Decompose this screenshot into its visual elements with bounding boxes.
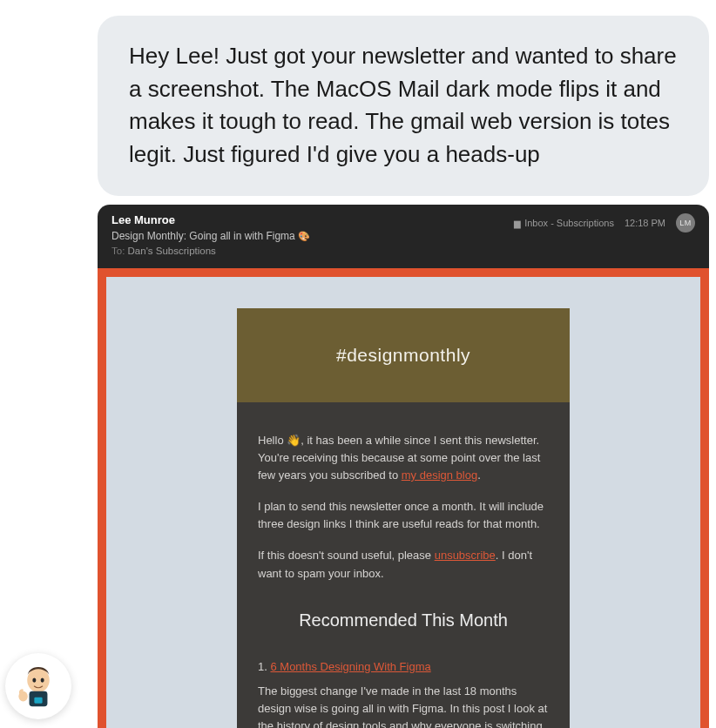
chat-message-bubble: Hey Lee! Just got your newsletter and wa… [98, 16, 709, 196]
unsub-pre: If this doesn't sound useful, please [258, 549, 435, 562]
mail-subject-text: Design Monthly: Going all in with Figma [111, 230, 298, 242]
intro-post: , it has been a while since I sent this … [258, 434, 540, 482]
mail-folder-label: Inbox - Subscriptions [524, 218, 614, 228]
mail-to-value: Dan's Subscriptions [128, 246, 216, 256]
email-inner-frame: #designmonthly Hello 👋, it has been a wh… [106, 277, 700, 728]
item-title-link[interactable]: 6 Months Designing With Figma [270, 660, 430, 673]
intro-end: . [477, 468, 481, 482]
cartoon-avatar-icon [13, 661, 64, 711]
svg-point-2 [41, 677, 44, 682]
chat-sender-avatar [5, 653, 71, 719]
newsletter-body: Hello 👋, it has been a while since I sen… [237, 402, 570, 728]
screenshot-container: Lee Munroe Design Monthly: Going all in … [98, 205, 709, 728]
mail-time: 12:18 PM [625, 218, 665, 228]
svg-rect-4 [34, 698, 42, 704]
newsletter-item-1-heading: 1. 6 Months Designing With Figma [258, 658, 549, 676]
mail-folder: ▆Inbox - Subscriptions [514, 218, 614, 228]
avatar: LM [676, 213, 695, 233]
avatar-initials: LM [679, 219, 692, 227]
palette-icon: 🎨 [298, 231, 310, 241]
chat-message-text: Hey Lee! Just got your newsletter and wa… [129, 43, 677, 167]
mail-meta-row: ▆Inbox - Subscriptions 12:18 PM LM [514, 213, 695, 233]
newsletter-container: #designmonthly Hello 👋, it has been a wh… [237, 308, 570, 728]
newsletter-item-1-desc: The biggest change I've made in the last… [258, 683, 549, 728]
mail-to-line: To: Dan's Subscriptions [111, 246, 695, 256]
mail-client-header: Lee Munroe Design Monthly: Going all in … [98, 205, 709, 268]
newsletter-section-title: Recommended This Month [258, 607, 549, 634]
newsletter-hashtag: #designmonthly [336, 345, 470, 366]
mail-to-label: To: [111, 246, 128, 256]
wave-icon: 👋 [287, 434, 301, 447]
intro-pre: Hello [258, 434, 287, 447]
email-outer-frame: #designmonthly Hello 👋, it has been a wh… [98, 268, 709, 728]
newsletter-intro: Hello 👋, it has been a while since I sen… [258, 432, 549, 484]
svg-point-1 [32, 677, 36, 682]
newsletter-banner: #designmonthly [237, 308, 570, 402]
newsletter-unsub: If this doesn't sound useful, please uns… [258, 547, 549, 582]
unsubscribe-link[interactable]: unsubscribe [435, 549, 496, 562]
folder-icon: ▆ [514, 219, 521, 228]
blog-link[interactable]: my design blog [402, 468, 477, 482]
svg-point-0 [27, 668, 50, 692]
item-number: 1. [258, 660, 270, 673]
newsletter-plan: I plan to send this newsletter once a mo… [258, 498, 549, 533]
